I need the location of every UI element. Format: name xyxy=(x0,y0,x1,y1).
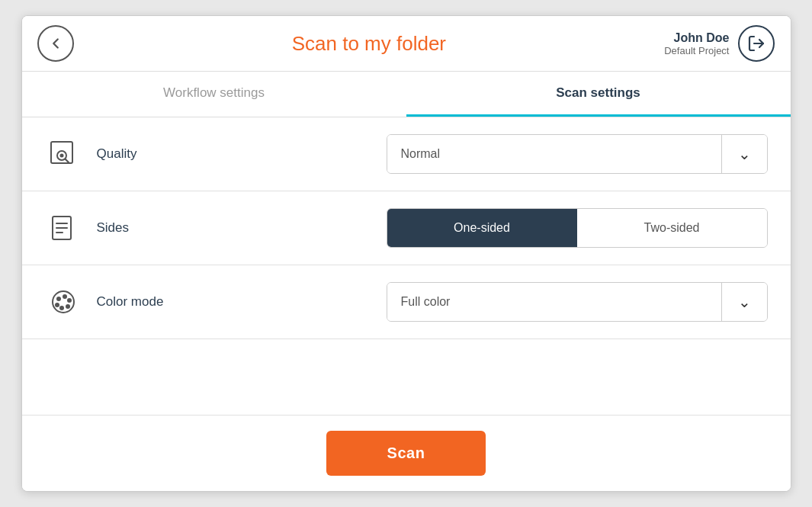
quality-value: Normal xyxy=(387,135,721,173)
sides-one-sided-btn[interactable]: One-sided xyxy=(387,209,577,247)
footer: Scan xyxy=(22,416,791,491)
svg-point-10 xyxy=(56,297,61,301)
svg-point-13 xyxy=(66,304,70,309)
settings-area: Quality Normal ⌄ Sides O xyxy=(22,117,791,339)
sides-two-sided-btn[interactable]: Two-sided xyxy=(577,209,767,247)
sides-control: One-sided Two-sided xyxy=(234,208,768,248)
svg-point-4 xyxy=(59,154,63,158)
quality-dropdown-arrow: ⌄ xyxy=(721,135,767,173)
svg-point-11 xyxy=(63,294,67,299)
back-button[interactable] xyxy=(37,25,74,62)
color-mode-value: Full color xyxy=(387,283,721,321)
color-mode-icon xyxy=(45,284,82,320)
header: Scan to my folder John Doe Default Proje… xyxy=(22,16,791,72)
quality-dropdown[interactable]: Normal ⌄ xyxy=(387,134,768,174)
svg-line-3 xyxy=(65,159,69,163)
color-mode-dropdown[interactable]: Full color ⌄ xyxy=(387,282,768,322)
tab-workflow[interactable]: Workflow settings xyxy=(22,72,406,117)
logout-button[interactable] xyxy=(738,25,775,62)
color-mode-row: Color mode Full color ⌄ xyxy=(22,265,791,339)
sides-row: Sides One-sided Two-sided xyxy=(22,191,791,265)
svg-point-14 xyxy=(59,306,64,310)
app-container: Scan to my folder John Doe Default Proje… xyxy=(21,15,791,492)
user-text: John Doe Default Project xyxy=(664,31,729,56)
svg-point-15 xyxy=(55,303,59,307)
quality-label: Quality xyxy=(97,146,219,162)
color-mode-label: Color mode xyxy=(97,294,219,310)
scan-button[interactable]: Scan xyxy=(326,431,486,476)
tabs: Workflow settings Scan settings xyxy=(22,72,791,117)
tab-scan-settings[interactable]: Scan settings xyxy=(406,72,791,117)
user-project: Default Project xyxy=(664,45,729,56)
user-info: John Doe Default Project xyxy=(664,25,775,62)
svg-point-12 xyxy=(67,298,72,303)
empty-area xyxy=(22,339,791,416)
quality-control: Normal ⌄ xyxy=(234,134,768,174)
sides-toggle: One-sided Two-sided xyxy=(387,208,768,248)
page-title: Scan to my folder xyxy=(292,32,446,56)
quality-icon xyxy=(45,136,82,172)
sides-icon xyxy=(45,210,82,246)
quality-row: Quality Normal ⌄ xyxy=(22,117,791,191)
sides-label: Sides xyxy=(97,220,219,236)
color-mode-dropdown-arrow: ⌄ xyxy=(721,283,767,321)
color-mode-control: Full color ⌄ xyxy=(234,282,768,322)
user-name: John Doe xyxy=(664,31,729,45)
